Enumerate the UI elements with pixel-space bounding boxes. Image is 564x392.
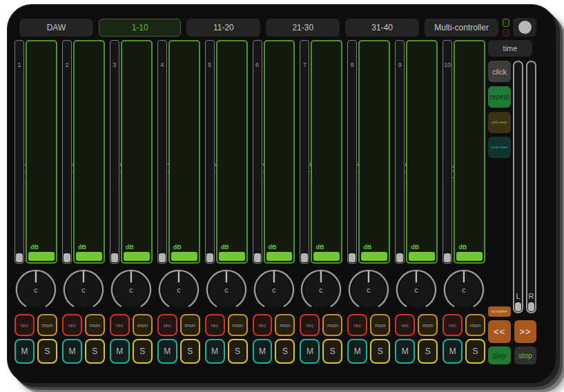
trim-fader-handle[interactable] [396, 253, 403, 262]
tab-11-20[interactable]: 11-20 [186, 19, 260, 37]
tab-multi-controller[interactable]: Multi-controller [425, 19, 498, 37]
channel-trim-fader[interactable]: 9 track 9 [395, 40, 405, 264]
trim-fader-handle[interactable] [444, 253, 451, 262]
solo-button[interactable]: S [37, 339, 57, 364]
tab-daw[interactable]: DAW [19, 19, 93, 37]
rec-button[interactable]: rec [157, 314, 177, 336]
trim-fader-handle[interactable] [64, 253, 70, 262]
mute-button[interactable]: M [395, 339, 415, 364]
volume-fader-handle[interactable] [219, 252, 245, 261]
pan-knob[interactable]: c [443, 264, 485, 313]
channel-trim-fader[interactable]: 7 track 7 [300, 40, 309, 264]
mute-button[interactable]: M [62, 339, 82, 364]
volume-fader-handle[interactable] [361, 252, 387, 261]
solo-button[interactable]: S [228, 339, 248, 364]
volume-fader-handle[interactable] [266, 252, 293, 261]
volume-fader-handle[interactable] [456, 252, 483, 261]
mute-button[interactable]: M [443, 339, 463, 364]
forward-button[interactable]: >> [514, 320, 536, 343]
rec-button[interactable]: rec [62, 314, 82, 336]
pan-knob[interactable]: c [347, 264, 390, 313]
pan-knob[interactable]: c [253, 264, 295, 313]
volume-fader[interactable]: dB [73, 40, 105, 264]
solo-button[interactable]: S [322, 339, 342, 364]
volume-fader[interactable]: dB [406, 40, 438, 264]
mon-button[interactable]: mon [275, 314, 295, 336]
rec-button[interactable]: rec [110, 314, 130, 336]
volume-fader[interactable]: dB [311, 40, 342, 264]
trim-fader-handle[interactable] [16, 253, 23, 262]
mon-button[interactable]: mon [37, 314, 57, 336]
mute-button[interactable]: M [205, 339, 225, 364]
play-button[interactable]: play [488, 346, 511, 364]
rec-button[interactable]: rec [443, 314, 463, 336]
master-fader-right-handle[interactable] [528, 302, 534, 311]
trim-fader-handle[interactable] [301, 253, 308, 262]
rec-button[interactable]: rec [205, 314, 225, 336]
volume-fader-handle[interactable] [313, 252, 340, 261]
solo-button[interactable]: S [418, 339, 438, 364]
volume-fader[interactable]: dB [121, 40, 153, 264]
solo-button[interactable]: S [85, 339, 105, 364]
mute-button[interactable]: M [110, 339, 130, 364]
volume-fader-handle[interactable] [171, 252, 197, 261]
pan-knob[interactable]: c [300, 264, 342, 313]
volume-fader[interactable]: dB [168, 40, 200, 264]
volume-fader[interactable]: dB [264, 40, 295, 264]
mute-button[interactable]: M [347, 339, 367, 364]
volume-fader[interactable]: dB [26, 40, 57, 264]
click-button[interactable]: click [488, 61, 511, 82]
record-status-button[interactable] [513, 18, 536, 37]
tab-21-30[interactable]: 21-30 [266, 19, 340, 37]
master-fader-right[interactable]: R [526, 61, 536, 313]
channel-trim-fader[interactable]: 3 track 3 [110, 40, 119, 264]
channel-trim-fader[interactable]: 2 track 2 [62, 40, 72, 264]
pan-knob[interactable]: c [205, 264, 248, 313]
mon-button[interactable]: mon [228, 314, 248, 336]
trim-fader-handle[interactable] [159, 253, 166, 262]
mon-button[interactable]: mon [322, 314, 342, 336]
volume-fader-handle[interactable] [124, 252, 150, 261]
trim-fader-handle[interactable] [111, 253, 118, 262]
volume-fader[interactable]: dB [216, 40, 248, 264]
channel-trim-fader[interactable]: 6 track 6 [253, 40, 262, 264]
channel-trim-fader[interactable]: 10 track 10 [443, 40, 452, 264]
volume-fader-handle[interactable] [76, 252, 102, 261]
by-marker-button[interactable]: by marker [488, 306, 511, 317]
volume-fader[interactable]: dB [358, 40, 390, 264]
tab-31-40[interactable]: 31-40 [345, 19, 419, 37]
mon-button[interactable]: mon [133, 314, 153, 336]
channel-trim-fader[interactable]: 4 track 4 [157, 40, 167, 264]
trim-fader-handle[interactable] [206, 253, 213, 262]
solo-button[interactable]: S [180, 339, 200, 364]
rec-button[interactable]: rec [395, 314, 415, 336]
mute-button[interactable]: M [157, 339, 177, 364]
stop-button[interactable]: stop [514, 346, 536, 364]
volume-fader-handle[interactable] [409, 252, 435, 261]
mute-button[interactable]: M [300, 339, 320, 364]
solo-button[interactable]: S [275, 339, 295, 364]
mon-button[interactable]: mon [465, 314, 485, 336]
rec-button[interactable]: rec [300, 314, 320, 336]
channel-trim-fader[interactable]: 1 track 1 [14, 40, 24, 264]
rewind-button[interactable]: << [488, 320, 511, 343]
solo-button[interactable]: S [370, 339, 390, 364]
master-fader-left-handle[interactable] [515, 302, 521, 311]
solo-reset-button[interactable]: solo reset [488, 112, 511, 133]
mon-button[interactable]: mon [180, 314, 200, 336]
channel-trim-fader[interactable]: 8 track 8 [347, 40, 357, 264]
pan-knob[interactable]: c [110, 264, 153, 313]
mute-reset-button[interactable]: mute reset [488, 137, 511, 158]
rec-button[interactable]: rec [253, 314, 273, 336]
time-display-button[interactable]: time [488, 40, 532, 57]
repeat-button[interactable]: repeat [488, 86, 511, 108]
rec-button[interactable]: rec [14, 314, 35, 336]
mute-button[interactable]: M [14, 339, 35, 364]
pan-knob[interactable]: c [14, 264, 57, 313]
solo-button[interactable]: S [133, 339, 153, 364]
solo-button[interactable]: S [465, 339, 485, 364]
master-fader-left[interactable]: L [513, 61, 523, 313]
channel-trim-fader[interactable]: 5 track 5 [205, 40, 215, 264]
mon-button[interactable]: mon [370, 314, 390, 336]
volume-fader-handle[interactable] [28, 252, 55, 261]
